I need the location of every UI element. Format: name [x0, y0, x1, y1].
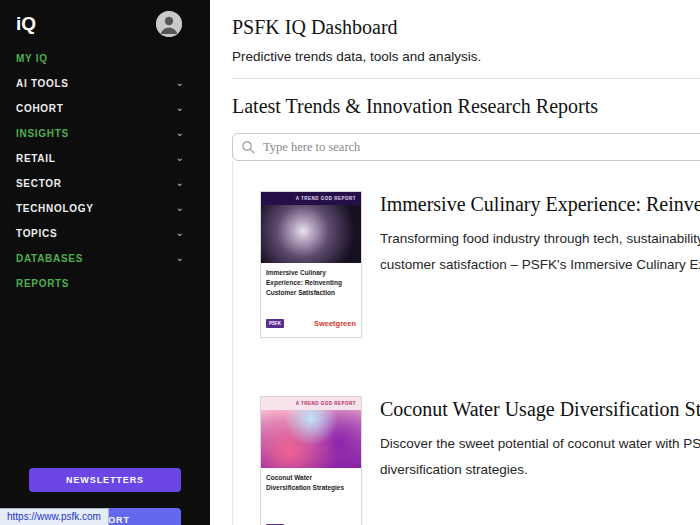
chevron-down-icon: ⌄	[176, 153, 184, 163]
report-thumbnail[interactable]: A TREND GOD REPORT Immersive Culinary Ex…	[260, 191, 362, 338]
sidebar-item-sector[interactable]: SECTOR ⌄	[0, 171, 210, 196]
section-title: Latest Trends & Innovation Research Repo…	[232, 95, 700, 118]
sidebar-item-reports[interactable]: REPORTS	[0, 271, 210, 296]
main-content: PSFK IQ Dashboard Predictive trends data…	[210, 0, 700, 525]
sidebar-item-technology[interactable]: TECHNOLOGY ⌄	[0, 196, 210, 221]
report-cover-art	[261, 205, 361, 263]
sidebar-item-my-iq[interactable]: MY IQ	[0, 46, 210, 71]
chevron-down-icon: ⌄	[176, 178, 184, 188]
report-thumbnail[interactable]: A TREND GOD REPORT Coconut Water Diversi…	[260, 396, 362, 525]
newsletters-button[interactable]: NEWSLETTERS	[29, 468, 181, 492]
report-list: A TREND GOD REPORT Immersive Culinary Ex…	[232, 161, 700, 525]
sidebar-item-label: REPORTS	[16, 278, 69, 289]
app-logo[interactable]: iQ	[16, 13, 36, 35]
report-cover-art	[261, 410, 361, 468]
report-description-line: Discover the sweet potential of coconut …	[380, 431, 700, 457]
report-row: A TREND GOD REPORT Coconut Water Diversi…	[260, 396, 700, 525]
chevron-down-icon: ⌄	[176, 103, 184, 113]
sidebar: iQ MY IQ AI TOOLS ⌄ COHORT ⌄ INSIGHTS ⌄ …	[0, 0, 210, 525]
report-cover-logos: PSFK Sweetgreen	[261, 314, 361, 337]
avatar[interactable]	[156, 11, 182, 37]
chevron-down-icon: ⌄	[176, 253, 184, 263]
sidebar-nav: MY IQ AI TOOLS ⌄ COHORT ⌄ INSIGHTS ⌄ RET…	[0, 46, 210, 296]
sidebar-header: iQ	[0, 0, 210, 40]
report-text: Immersive Culinary Experience: Reinventi…	[380, 191, 700, 338]
chevron-down-icon: ⌄	[176, 203, 184, 213]
sidebar-item-label: DATABASES	[16, 253, 83, 264]
sidebar-item-label: INSIGHTS	[16, 128, 69, 139]
psfk-logo: PSFK	[266, 319, 284, 328]
search-bar	[232, 133, 700, 161]
sidebar-item-ai-tools[interactable]: AI TOOLS ⌄	[0, 71, 210, 96]
report-cover-band: A TREND GOD REPORT	[261, 397, 361, 410]
report-row: A TREND GOD REPORT Immersive Culinary Ex…	[260, 191, 700, 338]
report-cover-caption: Immersive Culinary Experience: Reinventi…	[261, 263, 361, 314]
sidebar-item-databases[interactable]: DATABASES ⌄	[0, 246, 210, 271]
sidebar-item-label: COHORT	[16, 103, 64, 114]
report-description-line: Transforming food industry through tech,…	[380, 226, 700, 252]
report-cover-logos: PSFK Vita Coco	[261, 519, 361, 525]
chevron-down-icon: ⌄	[176, 128, 184, 138]
report-description: Transforming food industry through tech,…	[380, 226, 700, 279]
page-title: PSFK IQ Dashboard	[232, 16, 700, 39]
sidebar-item-label: AI TOOLS	[16, 78, 69, 89]
report-cover-band: A TREND GOD REPORT	[261, 192, 361, 205]
sidebar-item-label: SECTOR	[16, 178, 62, 189]
sidebar-item-cohort[interactable]: COHORT ⌄	[0, 96, 210, 121]
search-input[interactable]	[232, 133, 700, 161]
chevron-down-icon: ⌄	[176, 228, 184, 238]
page-subtitle: Predictive trends data, tools and analys…	[232, 49, 700, 64]
report-cover-caption: Coconut Water Diversification Strategies	[261, 468, 361, 519]
report-title[interactable]: Coconut Water Usage Diversification Stra…	[380, 398, 700, 421]
status-bar-link: https://www.psfk.com	[0, 508, 109, 525]
report-title[interactable]: Immersive Culinary Experience: Reinventi…	[380, 193, 700, 216]
sidebar-item-retail[interactable]: RETAIL ⌄	[0, 146, 210, 171]
sidebar-item-label: TOPICS	[16, 228, 57, 239]
header-divider	[232, 78, 700, 79]
chevron-down-icon: ⌄	[176, 78, 184, 88]
sidebar-item-insights[interactable]: INSIGHTS ⌄	[0, 121, 210, 146]
brand-logo: Sweetgreen	[314, 319, 356, 328]
report-description-line: customer satisfaction – PSFK's Immersive…	[380, 252, 700, 278]
sidebar-item-topics[interactable]: TOPICS ⌄	[0, 221, 210, 246]
report-description-line: diversification strategies.	[380, 457, 700, 483]
sidebar-item-label: TECHNOLOGY	[16, 203, 94, 214]
report-text: Coconut Water Usage Diversification Stra…	[380, 396, 700, 525]
report-description: Discover the sweet potential of coconut …	[380, 431, 700, 484]
user-icon	[156, 11, 182, 37]
search-icon	[241, 140, 255, 154]
sidebar-item-label: RETAIL	[16, 153, 56, 164]
sidebar-item-label: MY IQ	[16, 53, 48, 64]
